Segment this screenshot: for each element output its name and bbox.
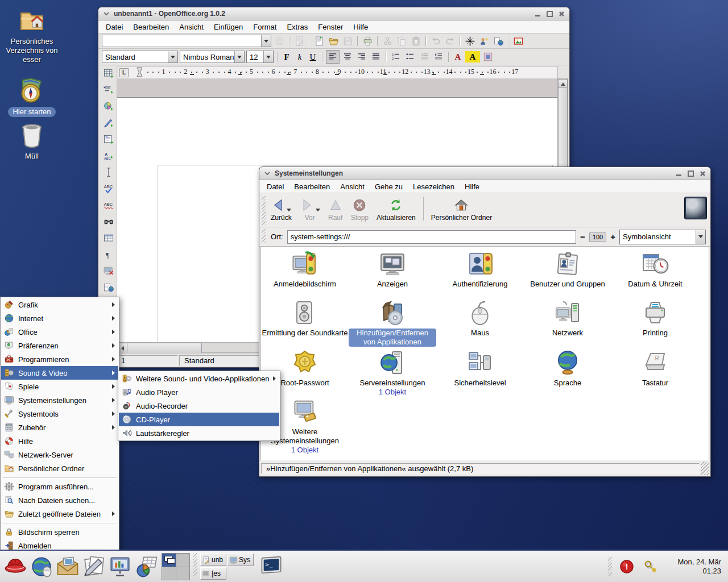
toolbar-drag-handle[interactable] bbox=[262, 229, 266, 243]
menu-item-audio-player[interactable]: Audio Player bbox=[119, 385, 279, 399]
presentation-launcher[interactable] bbox=[107, 554, 133, 580]
menu-datei[interactable]: Datei bbox=[101, 22, 128, 32]
highlight-button[interactable]: A bbox=[465, 51, 480, 63]
ruler[interactable]: L1234567891011121314151617 bbox=[118, 66, 558, 79]
increase-indent-button[interactable] bbox=[432, 51, 445, 63]
menu-gehe-zu[interactable]: Gehe zu bbox=[370, 181, 408, 192]
insert-objects-button[interactable] bbox=[102, 100, 115, 113]
menu-item-programmieren[interactable]: Programmieren bbox=[1, 352, 118, 366]
zoom-out-button[interactable]: − bbox=[580, 232, 585, 241]
icon-view[interactable]: AnmeldebildschirmAnzeigenAuthentifizieru… bbox=[260, 246, 709, 462]
undo-button[interactable] bbox=[429, 35, 442, 47]
open-button[interactable] bbox=[327, 35, 340, 47]
chevron-down-icon[interactable] bbox=[316, 209, 320, 211]
direct-cursor-button[interactable] bbox=[102, 166, 115, 178]
pager-desktop-1[interactable] bbox=[162, 554, 176, 567]
tray-drag-handle[interactable] bbox=[608, 557, 612, 576]
align-left-button[interactable] bbox=[326, 50, 340, 64]
task-button-unb[interactable]: unb bbox=[200, 554, 226, 566]
menu-format[interactable]: Format bbox=[248, 22, 282, 32]
menu-item-systemeinstellungen[interactable]: Systemeinstellungen bbox=[1, 393, 118, 407]
menu-extras[interactable]: Extras bbox=[282, 22, 313, 32]
insert-graphics-button[interactable] bbox=[512, 35, 524, 47]
menu-item-weitere-sound-und-video-applikationen[interactable]: Weitere Sound- und Video-Applikationen bbox=[119, 372, 279, 385]
settings-item-netzwerk[interactable]: Netzwerk bbox=[524, 299, 611, 338]
menu-item-zubehör[interactable]: Zubehör bbox=[1, 421, 118, 434]
location-input[interactable] bbox=[287, 230, 576, 244]
menu-item-internet[interactable]: Internet bbox=[1, 311, 118, 325]
menu-item-nach-dateien-suchen-[interactable]: Nach Dateien suchen... bbox=[1, 493, 118, 507]
align-justify-button[interactable] bbox=[370, 51, 382, 63]
font-combo[interactable]: Nimbus Roman bbox=[180, 51, 245, 63]
draw-functions-button[interactable] bbox=[102, 117, 115, 129]
settings-item-ermittlung-der-soundkarte[interactable]: Ermittlung der Soundkarte bbox=[261, 299, 349, 338]
menu-item-hilfe[interactable]: Hilfe bbox=[1, 434, 118, 448]
resize-grip[interactable] bbox=[701, 462, 709, 475]
pager-desktop-2[interactable] bbox=[176, 554, 190, 567]
underline-button[interactable]: U bbox=[307, 51, 318, 63]
maximize-icon[interactable] bbox=[545, 10, 554, 18]
email-launcher[interactable] bbox=[55, 554, 81, 580]
menu-item-sound-video[interactable]: Sound & Video bbox=[1, 366, 118, 380]
menu-hilfe[interactable]: Hilfe bbox=[460, 181, 485, 192]
menu-item-bildschirm-sperren[interactable]: Bildschirm sperren bbox=[1, 525, 118, 539]
menu-item-zuletzt-geöffnete-dateien[interactable]: Zuletzt geöffnete Dateien bbox=[1, 507, 118, 521]
menu-bearbeiten[interactable]: Bearbeiten bbox=[289, 181, 335, 192]
bullet-list-button[interactable] bbox=[404, 51, 416, 63]
data-sources-button[interactable] bbox=[102, 232, 115, 244]
menu-datei[interactable]: Datei bbox=[262, 181, 289, 192]
fontsize-combo[interactable]: 12 bbox=[246, 51, 274, 63]
aktualisieren-button[interactable]: Aktualisieren bbox=[373, 194, 420, 223]
chevron-down-icon[interactable] bbox=[261, 35, 271, 47]
navigator-button[interactable] bbox=[464, 35, 476, 47]
menu-item-audio-recorder[interactable]: Audio-Recorder bbox=[119, 399, 279, 413]
insert-table-button[interactable] bbox=[102, 67, 115, 80]
menu-lesezeichen[interactable]: Lesezeichen bbox=[408, 181, 460, 192]
chevron-down-icon[interactable] bbox=[696, 230, 705, 244]
find-button[interactable] bbox=[102, 215, 115, 228]
style-combo[interactable]: Standard bbox=[102, 51, 178, 63]
graphics-onoff-button[interactable] bbox=[102, 265, 115, 277]
zurück-button[interactable]: Zurück bbox=[267, 194, 296, 223]
web-browser-launcher[interactable] bbox=[28, 554, 55, 580]
view-mode-combo[interactable]: Symbolansicht bbox=[619, 230, 706, 244]
desktop-pager[interactable] bbox=[162, 553, 190, 580]
menu-bearbeiten[interactable]: Bearbeiten bbox=[128, 22, 174, 32]
menu-item-grafik[interactable]: Grafik bbox=[1, 298, 118, 311]
menu-einfügen[interactable]: Einfügen bbox=[209, 22, 248, 32]
settings-item-servereinstellungen[interactable]: Servereinstellungen1 Objekt bbox=[349, 349, 436, 396]
settings-item-printing[interactable]: Printing bbox=[611, 299, 699, 338]
numbered-list-button[interactable]: 12 bbox=[390, 51, 402, 63]
settings-item-tastatur[interactable]: RTastatur bbox=[611, 349, 699, 388]
menu-ansicht[interactable]: Ansicht bbox=[335, 181, 370, 192]
toolbar-drag-handle[interactable] bbox=[262, 196, 266, 225]
menu-item-lautstärkeregler[interactable]: Lautstärkeregler bbox=[119, 426, 279, 440]
edit-file-button[interactable] bbox=[293, 35, 305, 47]
alert-icon[interactable]: ! bbox=[619, 559, 635, 575]
menu-ansicht[interactable]: Ansicht bbox=[174, 22, 209, 32]
spreadsheet-launcher[interactable] bbox=[133, 554, 159, 580]
minimize-icon[interactable] bbox=[533, 10, 542, 18]
word-processor-launcher[interactable] bbox=[81, 554, 107, 580]
chevron-down-icon[interactable] bbox=[263, 51, 273, 63]
menu-item-systemtools[interactable]: Systemtools bbox=[1, 407, 118, 421]
spellcheck-button[interactable]: ABC bbox=[102, 182, 115, 195]
cut-button[interactable] bbox=[381, 35, 394, 47]
decrease-indent-button[interactable] bbox=[418, 51, 431, 63]
desktop-icon-pers-nliches-verzeichnis-von-esser[interactable]: Persönliches Verzeichnis von esser bbox=[2, 7, 61, 64]
menu-item-präferenzen[interactable]: Präferenzen bbox=[1, 339, 118, 352]
chevron-down-icon[interactable] bbox=[168, 51, 177, 63]
nonprinting-chars-button[interactable]: ¶ bbox=[102, 248, 115, 261]
settings-item-authentifizierung[interactable]: Authentifizierung bbox=[436, 250, 524, 289]
settings-item-datum-uhrzeit[interactable]: Datum & Uhrzeit bbox=[611, 250, 699, 289]
paragraph-background-icon[interactable] bbox=[482, 51, 494, 63]
settings-item-maus[interactable]: Maus bbox=[436, 299, 524, 338]
align-center-button[interactable] bbox=[341, 51, 354, 63]
zoom-in-button[interactable]: + bbox=[610, 232, 615, 241]
settings-item-sicherheitslevel[interactable]: Sicherheitslevel bbox=[436, 349, 524, 388]
minimize-icon[interactable] bbox=[675, 169, 683, 178]
online-layout-button[interactable] bbox=[102, 281, 115, 294]
paste-button[interactable] bbox=[410, 35, 422, 47]
settings-item-anmeldebildschirm[interactable]: Anmeldebildschirm bbox=[261, 250, 349, 289]
menu-item-persönlicher-ordner[interactable]: Persönlicher Ordner bbox=[1, 462, 118, 475]
